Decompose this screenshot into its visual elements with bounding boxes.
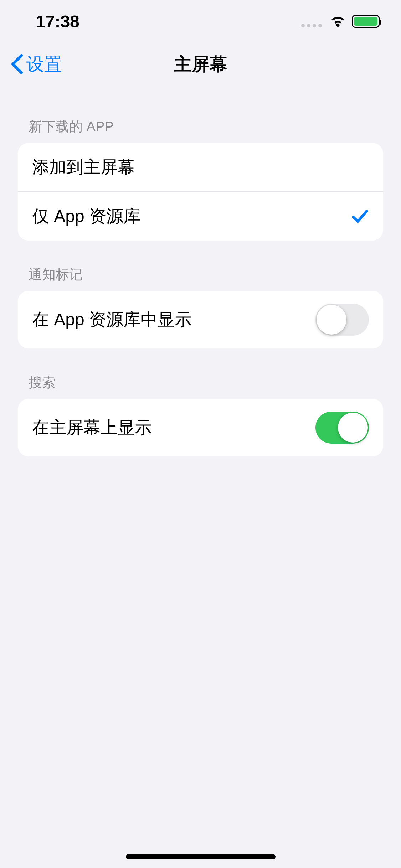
row-show-in-library: 在 App 资源库中显示 bbox=[18, 291, 383, 348]
toggle-knob bbox=[338, 413, 368, 443]
content: 新下载的 APP 添加到主屏幕 仅 App 资源库 通知标记 在 App 资源库… bbox=[0, 86, 401, 456]
back-button[interactable]: 设置 bbox=[11, 52, 62, 76]
section-header-new-downloads: 新下载的 APP bbox=[18, 103, 383, 143]
checkmark-icon bbox=[351, 207, 369, 225]
option-label: 仅 App 资源库 bbox=[32, 205, 140, 228]
toggle-knob bbox=[317, 305, 346, 335]
wifi-icon bbox=[330, 16, 345, 27]
section-header-badges: 通知标记 bbox=[18, 241, 383, 291]
status-time: 17:38 bbox=[36, 12, 79, 31]
home-indicator[interactable] bbox=[126, 854, 276, 859]
row-label: 在主屏幕上显示 bbox=[32, 416, 152, 439]
group-badges: 在 App 资源库中显示 bbox=[18, 291, 383, 348]
group-search: 在主屏幕上显示 bbox=[18, 399, 383, 456]
toggle-show-on-home[interactable] bbox=[315, 412, 369, 444]
option-label: 添加到主屏幕 bbox=[32, 156, 135, 179]
nav-bar: 设置 主屏幕 bbox=[0, 43, 401, 86]
chevron-left-icon bbox=[11, 54, 24, 74]
option-add-to-home[interactable]: 添加到主屏幕 bbox=[18, 143, 383, 191]
row-show-on-home: 在主屏幕上显示 bbox=[18, 399, 383, 456]
status-bar: 17:38 bbox=[0, 0, 401, 43]
cell-dots-icon bbox=[301, 12, 324, 31]
group-new-downloads: 添加到主屏幕 仅 App 资源库 bbox=[18, 143, 383, 241]
row-label: 在 App 资源库中显示 bbox=[32, 308, 192, 331]
battery-icon bbox=[352, 15, 380, 28]
option-app-library-only[interactable]: 仅 App 资源库 bbox=[18, 191, 383, 241]
back-label: 设置 bbox=[26, 52, 62, 76]
toggle-show-in-library[interactable] bbox=[315, 304, 369, 336]
section-header-search: 搜索 bbox=[18, 348, 383, 399]
status-indicators bbox=[301, 12, 380, 31]
